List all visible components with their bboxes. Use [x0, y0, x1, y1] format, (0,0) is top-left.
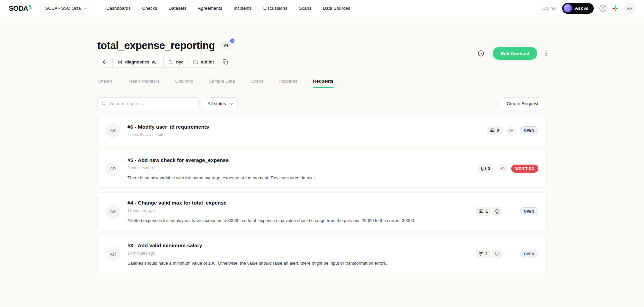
status-badge: WON’T DO: [511, 165, 538, 173]
page-header-left: total_expense_reporting v4: [97, 40, 231, 68]
nav-item-scans[interactable]: Scans: [299, 6, 312, 11]
history-icon[interactable]: [477, 50, 485, 57]
request-title[interactable]: #6 - Modify user_id requirements: [127, 124, 477, 130]
request-meta: 0 AR OPEN: [487, 126, 538, 135]
slack-icon[interactable]: [612, 5, 619, 11]
breadcrumb-dataset[interactable]: aldibit: [189, 57, 218, 67]
comments-count-pill: 2: [478, 164, 493, 173]
page-header: total_expense_reporting v4: [97, 40, 547, 68]
comments-count-pill: 1: [476, 250, 491, 258]
tab-bar: ChecksMetric MonitorsColumnsSample DataS…: [97, 76, 547, 88]
ask-ai-button[interactable]: Ask AI: [562, 3, 594, 14]
version-badge-wrap: v4: [220, 41, 231, 49]
request-card-body: #6 - Modify user_id requirements in less…: [127, 124, 487, 137]
org-selector-label: SODA - SSO Okta: [45, 6, 80, 11]
state-filter-label: All states: [208, 101, 226, 106]
tab-scans[interactable]: Scans: [251, 76, 264, 88]
ai-sparkle-icon: [564, 4, 572, 12]
lightbulb-pill: [492, 207, 502, 216]
request-time: in less than a minute: [127, 132, 477, 137]
page-title: total_expense_reporting: [97, 40, 215, 52]
nav-item-datasets[interactable]: Datasets: [169, 6, 186, 11]
request-title[interactable]: #4 - Change valid max for total_expense: [127, 200, 466, 206]
comments-count: 2: [488, 166, 490, 171]
request-description: Salaries should have a minimum value of …: [127, 261, 466, 266]
comments-count: 1: [486, 252, 488, 256]
nav-item-discussions[interactable]: Discussions: [263, 6, 287, 11]
tab-columns[interactable]: Columns: [175, 76, 193, 88]
logo-text: SODA: [9, 5, 28, 12]
title-row: total_expense_reporting v4: [97, 40, 231, 52]
request-author-avatar: AR: [106, 204, 120, 219]
search-input[interactable]: [109, 101, 194, 106]
request-meta: 1 OPEN: [476, 250, 538, 259]
request-title[interactable]: #3 - Add valid minimum salary: [127, 243, 466, 249]
request-time: 2 minutes ago: [127, 166, 468, 170]
org-selector[interactable]: SODA - SSO Okta: [40, 3, 92, 13]
lightbulb-pill: [492, 250, 502, 258]
chevron-down-icon: [84, 7, 87, 9]
lightbulb-icon: [495, 252, 499, 257]
breadcrumb-dataset-label: aldibit: [201, 59, 214, 64]
breadcrumb: diagnostics_w... nyc aldibit: [97, 57, 219, 68]
request-card[interactable]: AR #4 - Change valid max for total_expen…: [97, 192, 547, 230]
request-card[interactable]: AR #6 - Modify user_id requirements in l…: [97, 116, 547, 145]
nav-item-incidents[interactable]: Incidents: [234, 6, 252, 11]
request-meta: 2 AR WON’T DO: [478, 164, 538, 173]
edit-contract-button[interactable]: Edit Contract: [493, 47, 537, 60]
state-filter-dropdown[interactable]: All states: [203, 97, 238, 110]
requests-toolbar: All states Create Request: [97, 97, 547, 110]
copy-icon[interactable]: [223, 59, 228, 65]
comments-count: 0: [497, 128, 499, 133]
tab-checks[interactable]: Checks: [97, 76, 113, 88]
user-avatar[interactable]: AR: [624, 3, 635, 14]
request-card-body: #5 - Add new check for average_expense 2…: [127, 157, 478, 180]
folder-icon: [193, 60, 198, 64]
breadcrumb-datasource-label: diagnostics_w...: [125, 59, 159, 64]
request-title[interactable]: #5 - Add new check for average_expense: [127, 157, 468, 163]
main-content: total_expense_reporting v4: [97, 16, 547, 273]
request-meta: 1 OPEN: [476, 207, 538, 216]
tab-incidents[interactable]: Incidents: [279, 76, 298, 88]
request-card[interactable]: AR #3 - Add valid minimum salary 14 minu…: [97, 235, 547, 273]
breadcrumb-schema[interactable]: nyc: [164, 57, 189, 67]
tab-requests[interactable]: Requests: [313, 76, 334, 88]
comment-icon: [490, 128, 495, 133]
arrow-left-icon: [102, 60, 108, 64]
request-list: AR #6 - Modify user_id requirements in l…: [97, 116, 547, 273]
back-button[interactable]: [98, 57, 113, 67]
lightbulb-icon: [495, 209, 499, 214]
help-icon[interactable]: ?: [599, 5, 606, 12]
request-assignee-avatar: AR: [506, 126, 516, 135]
request-description: Allotted expenses for employees have inc…: [127, 218, 466, 223]
top-navbar: SODA SODA - SSO Okta DashboardsChecksDat…: [0, 0, 644, 16]
search-box: [97, 97, 199, 110]
nav-item-agreements[interactable]: Agreements: [198, 6, 222, 11]
tab-metric-monitors[interactable]: Metric Monitors: [128, 76, 160, 88]
comment-icon: [479, 209, 484, 214]
request-meta-pills: 0: [487, 126, 502, 135]
request-meta-pills: 2: [478, 164, 493, 173]
request-card-body: #3 - Add valid minimum salary 14 minutes…: [127, 243, 476, 266]
app-root: SODA SODA - SSO Okta DashboardsChecksDat…: [0, 0, 644, 273]
request-card[interactable]: AR #5 - Add new check for average_expens…: [97, 150, 547, 188]
request-meta-pills: 1: [476, 250, 502, 258]
breadcrumb-row: diagnostics_w... nyc aldibit: [97, 57, 231, 68]
folder-icon: [168, 60, 173, 64]
request-author-avatar: AR: [106, 247, 120, 261]
status-badge: OPEN: [520, 207, 538, 215]
nav-item-data-sources[interactable]: Data Sources: [323, 6, 350, 11]
request-assignee-avatar: AR: [498, 164, 507, 173]
navbar-right: Expired Ask AI ?: [542, 3, 635, 14]
nav-item-dashboards[interactable]: Dashboards: [106, 6, 131, 11]
request-time: 11 minutes ago: [127, 208, 466, 213]
request-author-avatar: AR: [106, 162, 120, 176]
breadcrumb-datasource[interactable]: diagnostics_w...: [113, 57, 164, 67]
comments-count-pill: 0: [487, 126, 502, 135]
status-badge: OPEN: [520, 250, 538, 258]
tab-sample-data[interactable]: Sample Data: [209, 76, 235, 88]
create-request-button[interactable]: Create Request: [498, 97, 547, 110]
more-menu-icon[interactable]: [545, 50, 547, 56]
soda-logo: SODA: [9, 5, 33, 12]
nav-item-checks[interactable]: Checks: [142, 6, 157, 11]
